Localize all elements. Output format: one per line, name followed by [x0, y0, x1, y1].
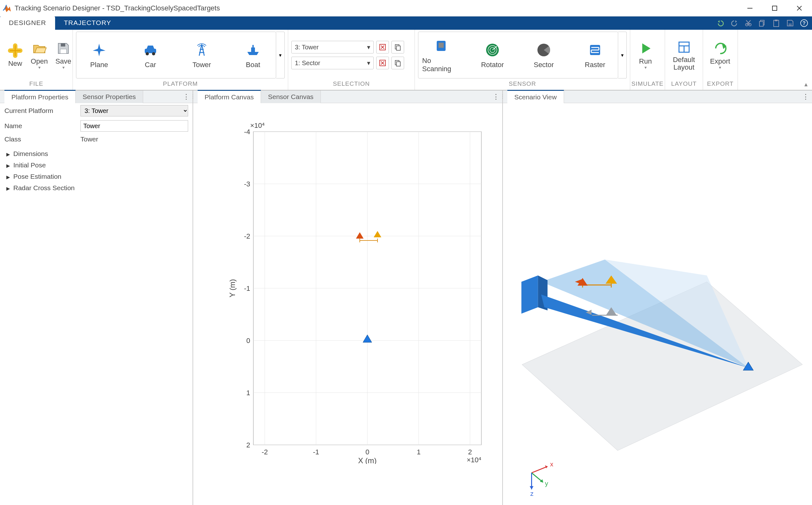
chevron-down-icon: ▾	[645, 65, 647, 70]
save-button[interactable]: Save ▾	[51, 39, 75, 71]
sensor-rotator[interactable]: Rotator	[473, 41, 511, 69]
sensor-sector[interactable]: Sector	[525, 41, 563, 69]
svg-rect-26	[396, 46, 400, 50]
default-layout-button[interactable]: Default Layout	[668, 38, 700, 72]
minimize-button[interactable]	[743, 2, 756, 15]
duplicate-sensor-button[interactable]	[391, 57, 404, 69]
sensor-gallery: No Scanning Rotator Sector Raster	[418, 32, 618, 78]
duplicate-platform-button[interactable]	[391, 41, 404, 53]
group-label-simulate: SIMULATE	[630, 80, 665, 90]
plane-icon	[90, 41, 108, 59]
save-icon[interactable]	[785, 18, 796, 28]
sensor-raster[interactable]: Raster	[576, 41, 614, 69]
export-icon	[712, 40, 728, 57]
svg-text:?: ?	[803, 21, 806, 26]
sensor-no-scanning[interactable]: No Scanning	[422, 37, 460, 73]
delete-platform-button[interactable]	[376, 41, 389, 53]
chevron-down-icon: ▾	[63, 65, 65, 70]
grip-icon[interactable]: ⋮⋮	[0, 91, 4, 103]
current-platform-select[interactable]: 3: Tower	[81, 105, 188, 117]
svg-rect-21	[252, 45, 254, 47]
tab-sensor-canvas[interactable]: Sensor Canvas	[261, 91, 321, 103]
tab-designer[interactable]: DESIGNER	[0, 16, 55, 30]
grip-icon[interactable]: ⋮⋮	[503, 91, 507, 103]
undo-icon[interactable]	[715, 18, 726, 28]
tab-sensor-properties[interactable]: Sensor Properties	[76, 91, 143, 103]
platform-plane[interactable]: Plane	[80, 41, 118, 69]
delete-sensor-button[interactable]	[376, 57, 389, 69]
platform-car[interactable]: Car	[131, 41, 169, 69]
chevron-down-icon: ▾	[621, 52, 623, 58]
section-rcs[interactable]: Radar Cross Section	[0, 182, 193, 194]
svg-text:1: 1	[417, 448, 421, 456]
collapse-toolstrip-icon[interactable]: ▴	[804, 80, 808, 88]
svg-rect-31	[396, 62, 400, 66]
layout-icon	[676, 39, 692, 55]
platform-boat[interactable]: Boat	[234, 41, 272, 69]
folder-open-icon	[31, 40, 47, 57]
open-button[interactable]: Open ▾	[27, 39, 51, 71]
group-label-selection: SELECTION	[288, 80, 415, 90]
close-button[interactable]	[793, 2, 806, 15]
platform-canvas[interactable]: -4 -3 -2 -1 0 1 2 -2 -1 0 1 2 ×10⁴	[193, 103, 502, 505]
tab-trajectory[interactable]: TRAJECTORY	[55, 16, 120, 30]
svg-rect-11	[775, 20, 778, 21]
chevron-down-icon: ▾	[38, 65, 40, 70]
group-label-layout: LAYOUT	[665, 80, 703, 90]
svg-text:-1: -1	[313, 448, 319, 456]
tower-icon	[193, 41, 211, 59]
run-button[interactable]: Run ▾	[633, 39, 658, 71]
export-button[interactable]: Export ▾	[706, 39, 734, 71]
car-icon	[141, 41, 159, 59]
boat-icon	[244, 41, 262, 59]
svg-line-75	[532, 466, 548, 473]
label-current-platform: Current Platform	[4, 107, 81, 115]
label-class: Class	[4, 135, 81, 143]
name-input[interactable]	[81, 120, 188, 132]
platform-gallery: Plane Car Tower Boat	[76, 32, 276, 78]
new-button[interactable]: New	[3, 41, 27, 69]
section-pose-estimation[interactable]: Pose Estimation	[0, 171, 193, 182]
maximize-button[interactable]	[768, 2, 781, 15]
paste-icon[interactable]	[771, 18, 782, 28]
grip-icon[interactable]: ⋮⋮	[193, 91, 198, 103]
titlebar: Tracking Scenario Designer - TSD_Trackin…	[0, 0, 812, 16]
svg-point-18	[146, 52, 149, 55]
svg-rect-15	[60, 49, 67, 53]
panel-menu-icon[interactable]: ⋮	[799, 93, 812, 101]
tab-platform-canvas[interactable]: Platform Canvas	[198, 90, 261, 104]
section-dimensions[interactable]: Dimensions	[0, 148, 193, 159]
svg-text:1: 1	[246, 389, 250, 397]
chevron-down-icon: ▾	[367, 59, 370, 67]
svg-text:z: z	[531, 490, 534, 497]
window-title: Tracking Scenario Designer - TSD_Trackin…	[15, 4, 743, 12]
svg-text:2: 2	[468, 448, 472, 456]
platform-tower[interactable]: Tower	[183, 41, 221, 69]
selection-platform-dropdown[interactable]: 3: Tower ▾	[292, 41, 374, 53]
properties-panel: ⋮⋮ Platform Properties Sensor Properties…	[0, 91, 193, 505]
main-area: ⋮⋮ Platform Properties Sensor Properties…	[0, 91, 812, 505]
scenario-view-panel: ⋮⋮ Scenario View ⋮	[503, 91, 812, 505]
section-initial-pose[interactable]: Initial Pose	[0, 159, 193, 171]
sensor-gallery-expand[interactable]: ▾	[618, 32, 627, 78]
copy-icon[interactable]	[757, 18, 768, 28]
tab-scenario-view[interactable]: Scenario View	[507, 90, 564, 104]
chevron-down-icon: ▾	[279, 52, 281, 58]
chevron-down-icon: ▾	[367, 43, 370, 51]
cut-icon[interactable]	[743, 18, 754, 28]
selection-sensor-dropdown[interactable]: 1: Sector ▾	[292, 57, 374, 69]
canvas-panel: ⋮⋮ Platform Canvas Sensor Canvas ⋮	[193, 91, 503, 505]
platform-gallery-expand[interactable]: ▾	[276, 32, 285, 78]
redo-icon[interactable]	[729, 18, 740, 28]
tab-platform-properties[interactable]: Platform Properties	[4, 90, 76, 104]
rotator-icon	[484, 41, 501, 59]
class-value: Tower	[81, 135, 98, 143]
svg-text:-3: -3	[244, 180, 250, 188]
label-name: Name	[4, 122, 81, 130]
svg-rect-1	[773, 6, 777, 10]
toolstrip: New Open ▾ Save ▾ FILE Plane	[0, 30, 812, 91]
group-label-file: FILE	[0, 80, 73, 90]
help-icon[interactable]: ?	[799, 18, 809, 28]
scenario-3d-view[interactable]: x y z	[503, 103, 812, 505]
svg-point-19	[152, 52, 155, 55]
